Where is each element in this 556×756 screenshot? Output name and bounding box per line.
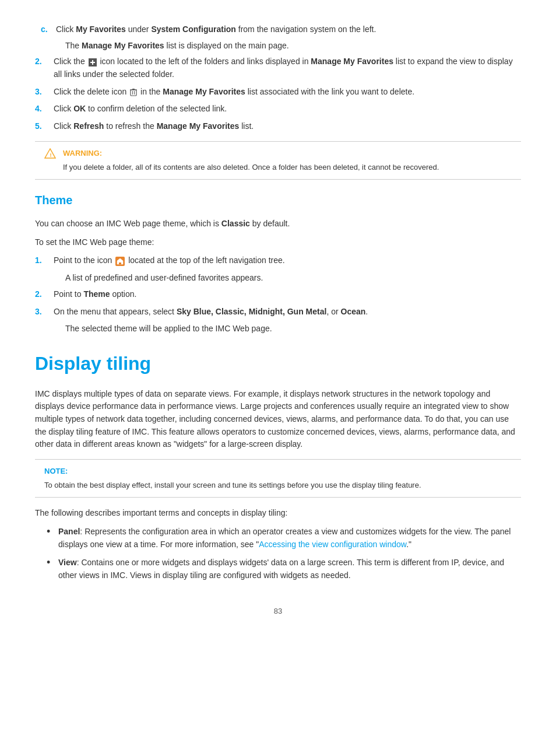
theme-step-3-bold2: Ocean (341, 307, 366, 316)
step-c-text-part3: from the navigation system on the left. (236, 24, 376, 34)
step-3-text-part3: list associated with the link you want t… (245, 87, 414, 96)
bullet-2-term: View (58, 558, 77, 567)
theme-step-3-num: 3. (35, 306, 51, 318)
step-c-sub: The Manage My Favorites list is displaye… (35, 40, 521, 52)
theme-step-2-bold: Theme (83, 289, 110, 299)
step-3-bold: Manage My Favorites (163, 87, 245, 96)
step-5-text-part1: Click (54, 121, 73, 131)
display-tiling-para1: IMC displays multiple types of data on s… (35, 388, 521, 451)
step-4-bold: OK (73, 104, 86, 113)
step-c-bold2: System Configuration (151, 24, 235, 34)
step-4-text-part1: Click (54, 104, 73, 113)
bullet-list: • Panel: Represents the configuration ar… (35, 526, 521, 582)
theme-step-3-sub: The selected theme will be applied to th… (35, 323, 521, 335)
theme-para1-part1: You can choose an IMC Web page theme, wh… (35, 219, 221, 228)
theme-step-3: 3. On the menu that appears, select Sky … (35, 306, 521, 318)
theme-step-2: 2. Point to Theme option. (35, 288, 521, 301)
theme-step-2-text-part1: Point to (54, 289, 83, 299)
step-c-text: Click My Favorites under System Configur… (56, 23, 521, 36)
svg-rect-0 (131, 90, 136, 96)
theme-step-2-num: 2. (35, 288, 51, 301)
svg-text:!: ! (50, 152, 52, 158)
bullet-item-view: • View: Contains one or more widgets and… (47, 556, 521, 582)
bullet-content-view: View: Contains one or more widgets and d… (58, 556, 521, 582)
theme-step-3-bold: Sky Blue, Classic, Midnight, Gun Metal (177, 307, 327, 316)
step-c-text-part2: under (126, 24, 152, 34)
step-c-sub-bold: Manage My Favorites (82, 41, 164, 50)
step-2-text-part2: icon located to the left of the folders … (100, 57, 311, 66)
content-area: c. Click My Favorites under System Confi… (35, 23, 521, 617)
theme-step-1-text: Point to the icon located at the top of … (54, 254, 521, 267)
step-3-num: 3. (35, 86, 51, 99)
theme-step-3-text: On the menu that appears, select Sky Blu… (54, 306, 521, 318)
bullet-content-panel: Panel: Represents the configuration area… (58, 526, 521, 551)
warning-text: If you delete a folder, all of its conte… (63, 162, 439, 173)
theme-step-1-text-part2: located at the top of the left navigatio… (128, 256, 285, 265)
theme-para1: You can choose an IMC Web page theme, wh… (35, 218, 521, 230)
theme-step-3-text-part2: , or (326, 307, 340, 316)
step-3-text-part2: in the (140, 87, 163, 96)
step-4: 4. Click OK to confirm deletion of the s… (35, 103, 521, 116)
bullet-1-term: Panel (58, 527, 80, 536)
note-text: To obtain the best display effect, insta… (44, 480, 512, 491)
step-4-text-part2: to confirm deletion of the selected link… (86, 104, 227, 113)
step-5: 5. Click Refresh to refresh the Manage M… (35, 120, 521, 133)
step-c-text-part1: Click (56, 24, 76, 34)
accessing-link[interactable]: Accessing the view configuration window (259, 540, 406, 549)
bullet-dot-2: • (47, 556, 58, 582)
note-label: NOTE: (44, 466, 512, 477)
theme-step-1: 1. Point to the icon located at the top … (35, 254, 521, 267)
step-5-bold2: Manage My Favorites (157, 121, 240, 131)
step-2-num: 2. (35, 55, 51, 80)
step-c-letter: c. (41, 23, 54, 36)
bullet-1-text-part2: ." (406, 540, 411, 549)
step-3-text: Click the delete icon in the Manage My F… (54, 86, 521, 99)
step-c-sub-text2: list is displayed on the main page. (164, 41, 289, 50)
theme-step-1-sub: A list of predefined and user-defined fa… (35, 272, 521, 285)
theme-step-2-text-part2: option. (110, 289, 137, 299)
step-5-bold: Refresh (73, 121, 104, 131)
step-c-sub-text: The (65, 41, 82, 50)
nav-icon (115, 257, 125, 266)
step-c: c. Click My Favorites under System Confi… (35, 23, 521, 36)
warning-content: WARNING: If you delete a folder, all of … (63, 148, 439, 173)
bullet-2-text-part1: : Contains one or more widgets and displ… (58, 558, 504, 580)
step-2-bold: Manage My Favorites (311, 57, 393, 66)
step-2-text-part1: Click the (54, 57, 87, 66)
step-2-text: Click the icon located to the left of th… (54, 55, 521, 80)
warning-box: ! WARNING: If you delete a folder, all o… (35, 141, 521, 180)
theme-step-3-text-part3: . (365, 307, 368, 316)
step-4-text: Click OK to confirm deletion of the sele… (54, 103, 521, 116)
bullet-dot-1: • (47, 526, 58, 551)
step-c-bold1: My Favorites (76, 24, 126, 34)
page-number: 83 (35, 606, 521, 617)
display-tiling-para2: The following describes important terms … (35, 507, 521, 520)
theme-para1-bold: Classic (221, 219, 250, 228)
step-3: 3. Click the delete icon in the Manage M… (35, 86, 521, 99)
theme-step-2-text: Point to Theme option. (54, 288, 521, 301)
warning-icon: ! (44, 148, 57, 173)
theme-step-3-text-part1: On the menu that appears, select (54, 307, 177, 316)
step-5-text: Click Refresh to refresh the Manage My F… (54, 120, 521, 133)
note-box: NOTE: To obtain the best display effect,… (35, 459, 521, 498)
warning-label: WARNING: (63, 148, 439, 159)
delete-icon (130, 88, 137, 96)
theme-step-1-text-part1: Point to the icon (54, 256, 114, 265)
display-tiling-title: Display tiling (35, 349, 521, 379)
step-5-text-part2: to refresh the (104, 121, 156, 131)
theme-para1-part2: by default. (250, 219, 290, 228)
theme-step-1-num: 1. (35, 254, 51, 267)
bullet-item-panel: • Panel: Represents the configuration ar… (47, 526, 521, 551)
step-4-num: 4. (35, 103, 51, 116)
step-5-text-part3: list. (239, 121, 254, 131)
step-5-num: 5. (35, 120, 51, 133)
expand-icon (89, 58, 97, 66)
theme-para2: To set the IMC Web page theme: (35, 236, 521, 249)
step-2: 2. Click the icon located to the left of… (35, 55, 521, 80)
svg-rect-7 (119, 262, 121, 264)
theme-title: Theme (35, 191, 521, 209)
step-3-text-part1: Click the delete icon (54, 87, 129, 96)
